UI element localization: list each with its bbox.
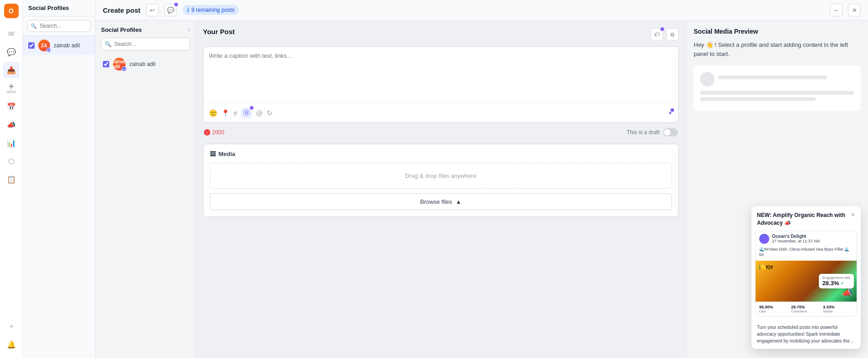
create-post-title: Create post bbox=[103, 6, 141, 14]
preview-title: Social Media Preview bbox=[694, 28, 861, 35]
sp-collapse-button[interactable]: ‹ bbox=[188, 26, 190, 33]
skeleton-avatar bbox=[700, 72, 715, 86]
sp-profile-avatar: zainab adil in bbox=[113, 58, 126, 71]
media-icon: 🖼 bbox=[210, 151, 216, 157]
comment-value: 29.70% bbox=[791, 305, 821, 309]
location-icon[interactable]: 📍 bbox=[221, 109, 230, 117]
adv-stats: 95.00% Like 29.70% Comment 3.33% Share bbox=[756, 302, 857, 316]
preview-placeholder-text: Hey 👋 ! Select a profile and start addin… bbox=[694, 40, 861, 58]
sp-profile-name: zainab adil bbox=[129, 61, 155, 67]
sp-sidebar-title: Social Profiles bbox=[101, 26, 142, 33]
minimize-button[interactable]: ─ bbox=[830, 4, 843, 16]
sp-profile-checkbox[interactable] bbox=[103, 61, 109, 67]
profile-checkbox[interactable] bbox=[28, 42, 35, 49]
emoji-icon[interactable]: 🙂 bbox=[209, 109, 218, 117]
char-count: ! 2000 bbox=[204, 129, 224, 136]
preview-panel: Social Media Preview Hey 👋 ! Select a pr… bbox=[686, 20, 868, 358]
main-content: Create post ↩ 💬 ℹ 9 remaining posts ─ ✕ … bbox=[96, 0, 868, 358]
nav-integrations-icon[interactable]: ⬡ bbox=[3, 153, 20, 169]
advocacy-post-header: Ocean's Delight 27 november, at 11:37 AM bbox=[756, 231, 857, 247]
ai-text-icon[interactable]: ⓐ bbox=[241, 107, 252, 119]
nav-calendar-icon[interactable]: 📅 bbox=[3, 98, 20, 115]
adv-post-avatar bbox=[759, 234, 769, 244]
comment-button[interactable]: 💬 bbox=[164, 4, 177, 16]
skeleton-line-3 bbox=[700, 97, 816, 101]
skeleton-line-2 bbox=[700, 91, 854, 95]
sp-search-icon: 🔍 bbox=[105, 41, 112, 47]
adv-stat-share: 3.33% Share bbox=[823, 305, 853, 313]
advocacy-post-preview: Ocean's Delight 27 november, at 11:37 AM… bbox=[755, 231, 857, 317]
post-section: Your Post 🏷 ⧉ 🙂 📍 # bbox=[203, 28, 679, 217]
create-post-header: Create post ↩ 💬 ℹ 9 remaining posts ─ ✕ bbox=[96, 0, 868, 20]
sp-search-input[interactable] bbox=[101, 38, 190, 50]
nav-new-icon[interactable]: ✚ NEW bbox=[3, 80, 20, 96]
media-title: Media bbox=[218, 151, 235, 157]
remaining-label: 9 remaining posts bbox=[192, 7, 235, 13]
ai-enhance-button[interactable]: ✦ bbox=[668, 110, 673, 116]
nav-campaigns-icon[interactable]: 📣 bbox=[3, 116, 20, 133]
preview-skeleton-card bbox=[694, 66, 861, 111]
undo-button[interactable]: ↩ bbox=[146, 4, 159, 16]
nav-notifications-icon[interactable]: 🔔 bbox=[3, 336, 20, 353]
draft-toggle: This is a draft bbox=[627, 128, 678, 136]
adv-post-caption: 🌊🍽 New Dish: Citrus-Infused Sea Bass Fil… bbox=[756, 247, 857, 261]
advocacy-close-button[interactable]: ✕ bbox=[851, 212, 855, 218]
profile-list-item[interactable]: ZA in zainab adil bbox=[23, 36, 95, 55]
profiles-search-area: 🔍 bbox=[23, 16, 95, 36]
adv-stat-comment: 29.70% Comment bbox=[791, 305, 821, 313]
nav-comments-icon[interactable]: 💬 bbox=[3, 44, 20, 60]
media-section: 🖼 Media Drag & drop files anywhere Brows… bbox=[203, 144, 679, 217]
draft-label: This is a draft bbox=[627, 129, 660, 136]
comment-label: Comment bbox=[791, 309, 821, 313]
like-value: 95.00% bbox=[759, 305, 789, 309]
chevron-up-icon: ▲ bbox=[456, 198, 462, 205]
drag-drop-label: Drag & drop files anywhere bbox=[405, 172, 477, 179]
nav-reports-icon[interactable]: 📋 bbox=[3, 171, 20, 187]
nav-messages-icon[interactable]: ✉ bbox=[3, 25, 20, 42]
info-icon: ℹ bbox=[187, 7, 189, 13]
post-section-title: Your Post bbox=[203, 28, 235, 35]
sp-header: Social Profiles ‹ bbox=[101, 26, 190, 33]
char-count-value: 2000 bbox=[212, 129, 224, 136]
nav-add-icon[interactable]: ＋ bbox=[3, 318, 20, 334]
post-caption-input[interactable] bbox=[203, 47, 678, 101]
sp-profile-item[interactable]: zainab adil in zainab adil bbox=[101, 55, 190, 73]
left-nav: O ✉ 💬 📥 ✚ NEW 📅 📣 📊 ⬡ 📋 ＋ 🔔 bbox=[0, 0, 23, 358]
hashtag-icon[interactable]: # bbox=[233, 109, 237, 117]
label-tool-button[interactable]: 🏷 bbox=[650, 28, 663, 41]
profiles-panel-title: Social Profiles bbox=[23, 0, 95, 16]
browse-label: Browse files bbox=[420, 198, 452, 205]
post-textarea-wrap: 🙂 📍 # ⓐ @ ↻ ✦ bbox=[203, 46, 679, 123]
nav-inbox-icon[interactable]: 📥 bbox=[3, 62, 20, 78]
advocacy-header: NEW: Amplify Organic Reach with Advocacy… bbox=[751, 206, 861, 231]
adv-megaphone-icon: 📣 bbox=[842, 287, 853, 298]
app-logo: O bbox=[4, 4, 19, 18]
engagement-value: 28.3% ✓ bbox=[822, 280, 850, 287]
engagement-badge: Engagement rate 28.3% ✓ bbox=[819, 274, 854, 288]
like-label: Like bbox=[759, 309, 789, 313]
post-footer: ! 2000 This is a draft bbox=[203, 128, 679, 136]
profile-avatar: ZA in bbox=[38, 40, 50, 51]
sp-search-area: 🔍 bbox=[101, 38, 190, 50]
profile-name: zainab adil bbox=[54, 42, 80, 49]
advocacy-title: NEW: Amplify Organic Reach with Advocacy… bbox=[757, 212, 847, 227]
media-drop-zone[interactable]: Drag & drop files anywhere bbox=[210, 163, 672, 189]
post-toolbar: 🙂 📍 # ⓐ @ ↻ ✦ bbox=[203, 103, 678, 122]
green-check-icon: ✓ bbox=[840, 281, 844, 286]
media-header: 🖼 Media bbox=[210, 151, 672, 157]
share-label: Share bbox=[823, 309, 853, 313]
profiles-search-icon: 🔍 bbox=[30, 23, 37, 29]
remaining-badge: ℹ 9 remaining posts bbox=[183, 5, 239, 15]
sp-platform-badge: in bbox=[122, 66, 127, 71]
adv-post-name: Ocean's Delight bbox=[772, 234, 820, 239]
adv-stat-like: 95.00% Like bbox=[759, 305, 789, 313]
browse-files-button[interactable]: Browse files ▲ bbox=[210, 193, 672, 210]
draft-switch[interactable] bbox=[663, 128, 678, 136]
close-button[interactable]: ✕ bbox=[848, 4, 861, 16]
copy-tool-button[interactable]: ⧉ bbox=[666, 28, 679, 41]
refresh-icon[interactable]: ↻ bbox=[267, 109, 273, 117]
platform-badge: in bbox=[46, 48, 51, 52]
adv-decorations: 🍋🍽 bbox=[758, 263, 772, 271]
mention-icon[interactable]: @ bbox=[256, 109, 263, 117]
nav-analytics-icon[interactable]: 📊 bbox=[3, 135, 20, 151]
